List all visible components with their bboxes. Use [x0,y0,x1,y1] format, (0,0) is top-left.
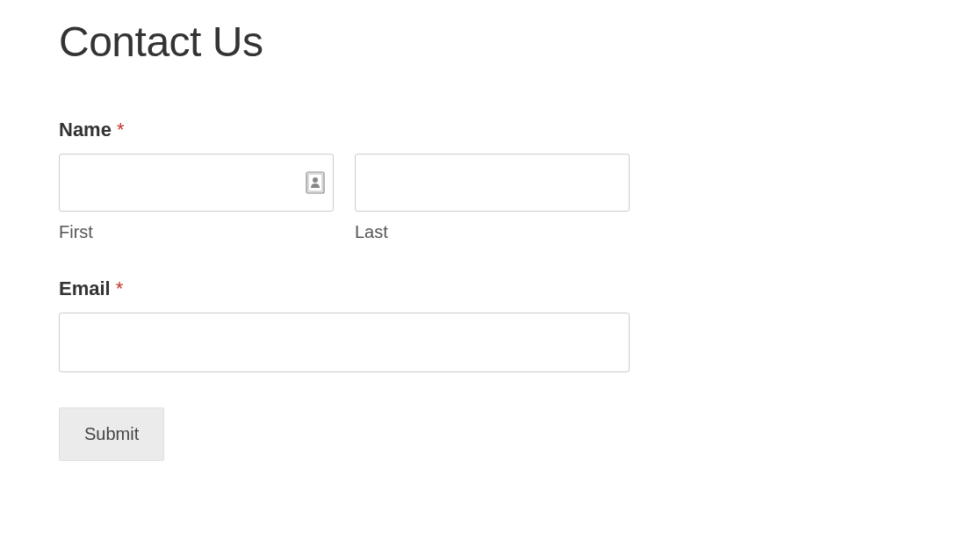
name-required-marker: * [117,119,125,140]
name-label: Name * [59,119,630,141]
email-field-group: Email * [59,277,630,372]
name-field-group: Name * First [59,119,630,242]
first-name-wrapper [59,154,334,212]
name-label-text: Name [59,119,112,140]
last-name-sublabel: Last [355,222,630,242]
submit-button[interactable]: Submit [59,407,164,461]
email-label: Email * [59,277,630,300]
last-name-input[interactable] [355,154,630,212]
email-required-marker: * [116,277,124,299]
name-row: First Last [59,154,630,242]
email-input[interactable] [59,313,630,372]
contact-form: Name * First [59,119,630,461]
first-name-input[interactable] [59,154,334,212]
first-name-sublabel: First [59,222,334,242]
email-label-text: Email [59,277,111,299]
last-name-column: Last [355,154,630,242]
page-title: Contact Us [59,18,980,66]
first-name-column: First [59,154,334,242]
